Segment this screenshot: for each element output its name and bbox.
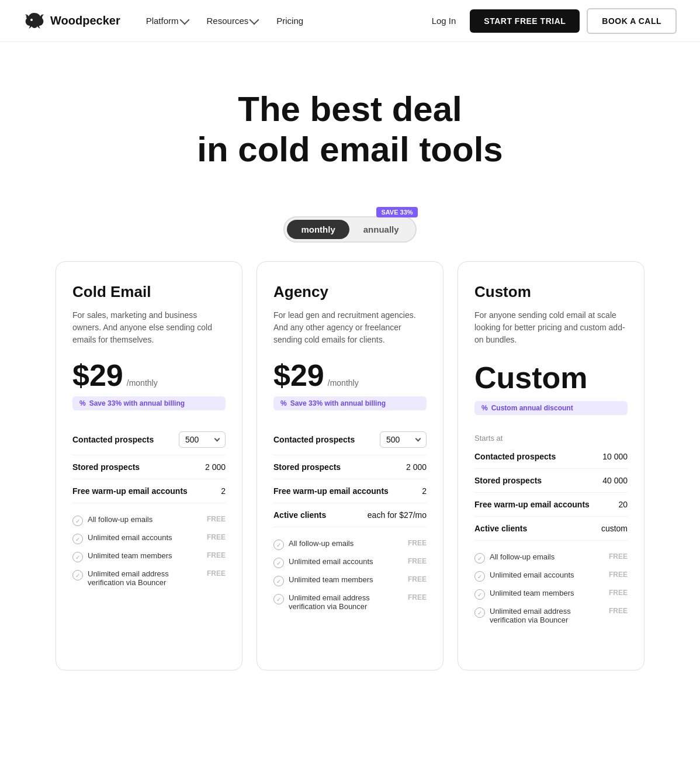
cold-email-price: $29 (72, 360, 123, 390)
agency-price: $29 (273, 360, 324, 390)
check-icon (474, 589, 485, 600)
cold-email-period: /monthly (127, 378, 158, 388)
custom-title: Custom (474, 283, 628, 301)
check-icon (72, 570, 83, 580)
monthly-option[interactable]: monthly (287, 220, 349, 239)
custom-warmup-row: Free warm-up email accounts 20 (474, 493, 628, 517)
woodpecker-logo-icon (23, 11, 44, 32)
check-icon (273, 540, 284, 550)
check-icon (474, 607, 485, 618)
cold-email-price-row: $29 /monthly (72, 360, 226, 390)
agency-desc: For lead gen and recruitment agencies. A… (273, 309, 427, 346)
check-icon (72, 516, 83, 526)
starts-at-label: Starts at (474, 429, 628, 445)
cold-email-features: All follow-up emails FREE Unlimited emai… (72, 515, 226, 587)
billing-toggle[interactable]: SAVE 33% monthly annually (283, 216, 416, 243)
agency-warmup-row: Free warm-up email accounts 2 (273, 479, 427, 503)
list-item: All follow-up emails FREE (273, 539, 427, 550)
custom-desc: For anyone sending cold email at scale l… (474, 309, 628, 346)
svg-point-0 (30, 19, 33, 21)
custom-prospects-row: Contacted prospects 10 000 (474, 445, 628, 469)
list-item: Unlimited email accounts FREE (474, 571, 628, 582)
agency-features: All follow-up emails FREE Unlimited emai… (273, 539, 427, 611)
custom-save-tag: % Custom annual discount (474, 401, 628, 415)
save-badge: SAVE 33% (376, 207, 417, 217)
list-item: Unlimited email address verification via… (72, 569, 226, 587)
list-item: Unlimited team members FREE (474, 589, 628, 600)
billing-toggle-section: SAVE 33% monthly annually (0, 216, 700, 243)
chevron-down-icon (214, 436, 220, 442)
custom-clients-row: Active clients custom (474, 517, 628, 541)
agency-prospects-row: Contacted prospects 500 (273, 424, 427, 455)
chevron-down-icon (249, 15, 259, 25)
nav-pricing[interactable]: Pricing (269, 11, 310, 30)
percent-icon: % (481, 404, 488, 412)
logo[interactable]: Woodpecker (23, 11, 120, 32)
list-item: Unlimited email address verification via… (273, 593, 427, 611)
list-item: Unlimited email accounts FREE (72, 533, 226, 544)
custom-card: Custom For anyone sending cold email at … (458, 261, 644, 670)
hero-title: The best deal in cold email tools (12, 89, 688, 170)
cold-email-title: Cold Email (72, 283, 226, 301)
agency-prospects-dropdown[interactable]: 500 (380, 431, 427, 448)
chevron-down-icon (179, 15, 189, 25)
cold-email-warmup-row: Free warm-up email accounts 2 (72, 479, 226, 503)
cold-email-desc: For sales, marketing and business owners… (72, 309, 226, 346)
check-icon (273, 558, 284, 568)
custom-price: Custom (474, 360, 588, 395)
pricing-cards: Cold Email For sales, marketing and busi… (0, 261, 700, 706)
agency-save-tag: % Save 33% with annual billing (273, 396, 427, 410)
agency-clients-row: Active clients each for $27/mo (273, 503, 427, 527)
start-trial-button[interactable]: START FREE TRIAL (470, 9, 580, 33)
list-item: All follow-up emails FREE (72, 515, 226, 526)
nav-resources[interactable]: Resources (200, 11, 265, 30)
navbar: Woodpecker Platform Resources Pricing Lo… (0, 0, 700, 42)
list-item: Unlimited email accounts FREE (273, 557, 427, 568)
login-link[interactable]: Log In (425, 11, 463, 30)
percent-icon: % (79, 399, 86, 407)
check-icon (273, 594, 284, 604)
cold-email-save-tag: % Save 33% with annual billing (72, 396, 226, 410)
nav-right: Log In START FREE TRIAL BOOK A CALL (425, 8, 677, 34)
custom-stored-row: Stored prospects 40 000 (474, 469, 628, 493)
cold-email-prospects-dropdown[interactable]: 500 (179, 431, 226, 448)
cold-email-card: Cold Email For sales, marketing and busi… (56, 261, 242, 670)
logo-text: Woodpecker (50, 14, 120, 27)
cold-email-stored-row: Stored prospects 2 000 (72, 455, 226, 479)
chevron-down-icon (415, 436, 421, 442)
book-call-button[interactable]: BOOK A CALL (587, 8, 677, 34)
percent-icon: % (280, 399, 287, 407)
hero-section: The best deal in cold email tools (0, 42, 700, 193)
nav-platform[interactable]: Platform (139, 11, 195, 30)
agency-price-row: $29 /monthly (273, 360, 427, 390)
custom-features: All follow-up emails FREE Unlimited emai… (474, 552, 628, 624)
cold-email-prospects-row: Contacted prospects 500 (72, 424, 226, 455)
check-icon (72, 552, 83, 562)
check-icon (474, 553, 485, 564)
list-item: Unlimited team members FREE (72, 551, 226, 562)
agency-stored-row: Stored prospects 2 000 (273, 455, 427, 479)
list-item: All follow-up emails FREE (474, 552, 628, 564)
custom-price-row: Custom (474, 360, 628, 395)
nav-links: Platform Resources Pricing (139, 11, 425, 30)
check-icon (474, 571, 485, 582)
list-item: Unlimited email address verification via… (474, 607, 628, 624)
check-icon (273, 576, 284, 586)
agency-title: Agency (273, 283, 427, 301)
agency-period: /monthly (328, 378, 359, 388)
check-icon (72, 534, 83, 544)
agency-card: Agency For lead gen and recruitment agen… (257, 261, 443, 670)
annually-option[interactable]: annually (349, 220, 413, 239)
list-item: Unlimited team members FREE (273, 575, 427, 586)
